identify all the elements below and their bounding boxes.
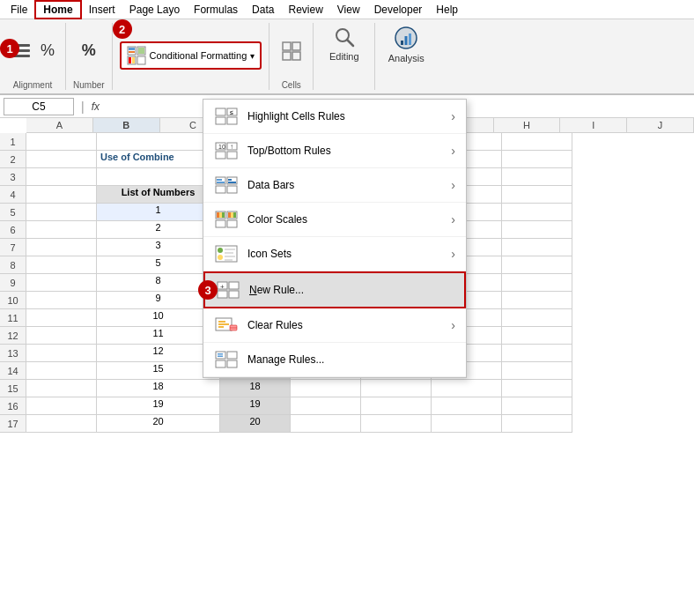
cell-a15[interactable] [26,380,97,397]
cell-b14[interactable]: 15 [97,362,220,380]
cell-a6[interactable] [26,221,97,239]
analyze-data-button[interactable] [393,25,419,51]
cell-a13[interactable] [26,345,97,362]
cell-f17[interactable] [432,415,502,433]
menu-highlight-cells[interactable]: ≤ Highlight Cells Rules › [203,100,466,134]
find-icon[interactable] [332,25,357,49]
col-header-b[interactable]: B [93,118,160,132]
cell-g3[interactable] [502,168,572,186]
cell-a5[interactable] [26,204,97,221]
row-num-1[interactable]: 1 [0,133,26,151]
menu-view[interactable]: View [330,2,367,18]
menu-color-scales[interactable]: Color Scales › [203,203,466,237]
menu-insert[interactable]: Insert [82,2,122,18]
cell-d16[interactable] [291,397,361,415]
cell-d15[interactable] [291,380,361,397]
cell-a16[interactable] [26,397,97,415]
cell-g15[interactable] [502,380,572,397]
row-num-17[interactable]: 17 [0,415,26,433]
conditional-formatting-button[interactable]: Conditional Formatting ▾ [120,41,262,70]
cell-b8[interactable]: 5 [97,256,220,274]
menu-manage-rules[interactable]: Manage Rules... [203,343,466,377]
cell-b2[interactable]: Use of Combine [97,151,220,168]
cell-c15[interactable]: 18 [220,380,291,397]
col-header-h[interactable]: H [494,118,561,132]
menu-file[interactable]: File [4,2,34,18]
cell-g5[interactable] [502,204,572,221]
cell-a14[interactable] [26,362,97,380]
menu-review[interactable]: Review [281,2,329,18]
cell-g1[interactable] [502,133,572,151]
row-num-10[interactable]: 10 [0,292,26,309]
cell-a12[interactable] [26,327,97,345]
cell-b1[interactable] [97,133,220,151]
col-header-j[interactable]: J [627,118,694,132]
cell-a4[interactable] [26,186,97,204]
cell-g11[interactable] [502,309,572,327]
cell-g6[interactable] [502,221,572,239]
cell-a11[interactable] [26,309,97,327]
menu-help[interactable]: Help [429,2,465,18]
row-num-2[interactable]: 2 [0,151,26,168]
cell-b3[interactable] [97,168,220,186]
cell-a10[interactable] [26,292,97,309]
cell-f15[interactable] [432,380,502,397]
row-num-6[interactable]: 6 [0,221,26,239]
cell-a3[interactable] [26,168,97,186]
cell-g12[interactable] [502,327,572,345]
menu-new-rule[interactable]: + New Rule... 3 [203,271,466,308]
menu-top-bottom[interactable]: ↑ 10 Top/Bottom Rules › [203,134,466,168]
cell-g13[interactable] [502,345,572,362]
cells-icon[interactable] [277,37,306,65]
cell-b4[interactable]: List of Numbers [97,186,220,204]
row-num-15[interactable]: 15 [0,380,26,397]
cell-b13[interactable]: 12 [97,345,220,362]
row-num-5[interactable]: 5 [0,204,26,221]
cell-c16[interactable]: 19 [220,397,291,415]
cell-b11[interactable]: 10 [97,309,220,327]
menu-pagelayout[interactable]: Page Layo [122,2,187,18]
cell-g10[interactable] [502,292,572,309]
cell-g9[interactable] [502,274,572,292]
row-num-12[interactable]: 12 [0,327,26,345]
cell-a9[interactable] [26,274,97,292]
menu-icon-sets[interactable]: Icon Sets › [203,237,466,271]
cell-f16[interactable] [432,397,502,415]
cell-a17[interactable] [26,415,97,433]
cell-g17[interactable] [502,415,572,433]
row-num-9[interactable]: 9 [0,274,26,292]
menu-formulas[interactable]: Formulas [187,2,245,18]
cell-b5[interactable]: 1 [97,204,220,221]
col-header-i[interactable]: I [560,118,627,132]
cell-e15[interactable] [361,380,432,397]
cell-e17[interactable] [361,415,432,433]
menu-data[interactable]: Data [245,2,281,18]
cell-g7[interactable] [502,239,572,256]
name-box[interactable] [4,98,74,115]
number-percent-icon[interactable]: % [37,38,58,63]
row-num-16[interactable]: 16 [0,397,26,415]
cell-e16[interactable] [361,397,432,415]
row-num-13[interactable]: 13 [0,345,26,362]
cell-g8[interactable] [502,256,572,274]
cell-g14[interactable] [502,362,572,380]
cell-b7[interactable]: 3 [97,239,220,256]
cell-a7[interactable] [26,239,97,256]
cell-b6[interactable]: 2 [97,221,220,239]
cell-g4[interactable] [502,186,572,204]
cell-d17[interactable] [291,415,361,433]
menu-data-bars[interactable]: Data Bars › [203,168,466,203]
cell-b16[interactable]: 19 [97,397,220,415]
cell-c17[interactable]: 20 [220,415,291,433]
menu-home[interactable]: Home [34,0,81,19]
row-num-11[interactable]: 11 [0,309,26,327]
cell-b15[interactable]: 18 [97,380,220,397]
cell-g16[interactable] [502,397,572,415]
cell-b17[interactable]: 20 [97,415,220,433]
cell-b12[interactable]: 11 [97,327,220,345]
row-num-4[interactable]: 4 [0,186,26,204]
cell-g2[interactable] [502,151,572,168]
row-num-8[interactable]: 8 [0,256,26,274]
row-num-7[interactable]: 7 [0,239,26,256]
cell-a1[interactable] [26,133,97,151]
